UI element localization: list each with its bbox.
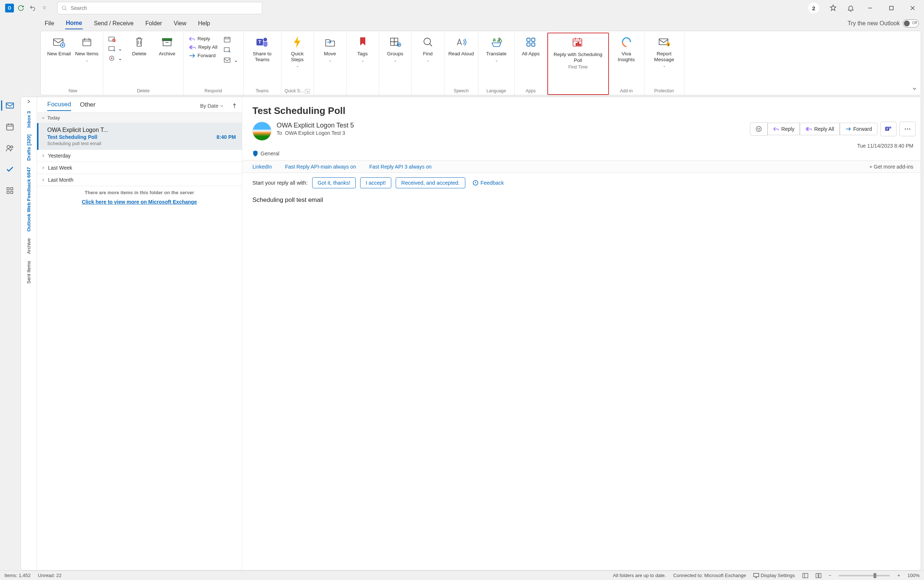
- svg-rect-26: [527, 38, 530, 41]
- svg-rect-44: [11, 191, 13, 193]
- teams-chat-button[interactable]: T: [880, 122, 896, 136]
- sort-direction-icon[interactable]: [232, 103, 237, 109]
- view-reading-icon[interactable]: [815, 573, 822, 578]
- expand-folder-pane-icon[interactable]: [27, 99, 31, 104]
- coming-soon-badge[interactable]: 2: [808, 3, 819, 13]
- quick-reply-chip-3[interactable]: Received, and accepted.: [396, 177, 465, 188]
- react-button[interactable]: [750, 122, 768, 135]
- more-actions-button[interactable]: [899, 122, 916, 136]
- report-message-button[interactable]: !Report Message⌄: [647, 34, 681, 69]
- undo-icon[interactable]: [29, 4, 37, 12]
- reply-all-action[interactable]: Reply All: [800, 123, 839, 135]
- meeting-button[interactable]: [222, 36, 240, 44]
- svg-rect-41: [7, 188, 9, 190]
- search-input[interactable]: Search: [57, 2, 262, 14]
- folder-archive[interactable]: Archive: [26, 236, 31, 256]
- delete-button[interactable]: Delete: [126, 34, 152, 58]
- tab-other[interactable]: Other: [80, 101, 96, 110]
- rail-todo-icon[interactable]: [3, 163, 16, 176]
- quick-reply-chip-2[interactable]: I accept!: [360, 177, 391, 188]
- zoom-slider[interactable]: [838, 575, 890, 576]
- read-aloud-button[interactable]: Read Aloud: [447, 34, 475, 58]
- svg-rect-14: [224, 58, 230, 62]
- find-button[interactable]: Find⌄: [415, 34, 441, 63]
- minimize-button[interactable]: [865, 5, 876, 11]
- tab-folder[interactable]: Folder: [145, 18, 163, 29]
- date-header-yesterday[interactable]: Yesterday: [37, 150, 242, 162]
- rail-mail-icon[interactable]: [3, 99, 16, 112]
- share-to-teams-button[interactable]: T Share to Teams: [247, 34, 278, 63]
- addin-linkedin[interactable]: LinkedIn: [252, 164, 272, 170]
- view-more-exchange-link[interactable]: Click here to view more on Microsoft Exc…: [37, 199, 242, 205]
- reply-with-scheduling-poll-button[interactable]: Reply with Scheduling Poll: [551, 35, 605, 64]
- reply-button[interactable]: Reply: [187, 36, 219, 42]
- junk-button[interactable]: ⌄: [107, 54, 124, 62]
- svg-text:あ: あ: [497, 37, 502, 43]
- quick-reply-label: Start your reply all with:: [252, 180, 308, 186]
- date-header-today[interactable]: Today: [37, 113, 242, 123]
- folder-inbox[interactable]: Inbox 3: [26, 109, 31, 130]
- folder-drafts[interactable]: Drafts [320]: [26, 132, 31, 163]
- message-body: Scheduling poll test email: [242, 193, 921, 208]
- quick-steps-button[interactable]: Quick Steps⌄: [284, 34, 311, 69]
- more-respond-button[interactable]: ⌄: [222, 56, 240, 64]
- reading-pane-title: Test Scheduling Poll: [242, 97, 921, 122]
- addin-fastreply-3[interactable]: Fast Reply API 3 always on: [369, 164, 432, 170]
- date-header-lastweek[interactable]: Last Week: [37, 162, 242, 174]
- qat-dropdown-icon[interactable]: [40, 4, 48, 12]
- date-header-lastmonth[interactable]: Last Month: [37, 174, 242, 186]
- mail-time: 8:40 PM: [217, 134, 236, 140]
- group-label-speech: Speech: [447, 87, 475, 95]
- cleanup-button[interactable]: ⌄: [107, 45, 124, 53]
- try-new-outlook-toggle[interactable]: Off: [903, 20, 919, 28]
- new-email-button[interactable]: New Email: [46, 34, 72, 58]
- rail-people-icon[interactable]: [3, 142, 16, 155]
- zoom-out-button[interactable]: −: [829, 573, 832, 578]
- close-button[interactable]: [907, 5, 918, 11]
- sort-by-date[interactable]: By Date: [200, 103, 224, 109]
- group-label-findtime: Find Time: [551, 64, 605, 71]
- forward-attachment-button[interactable]: [222, 46, 240, 54]
- new-items-button[interactable]: New Items⌄: [74, 34, 100, 63]
- mail-subject: Test Scheduling Poll: [47, 134, 97, 140]
- folder-owf[interactable]: Outlook Web Feedback 6947: [26, 165, 31, 234]
- notifications-icon[interactable]: [847, 4, 855, 12]
- try-new-outlook-label: Try the new Outlook: [847, 20, 900, 27]
- addin-fastreply-main[interactable]: Fast Reply API-main always on: [285, 164, 356, 170]
- viva-insights-button[interactable]: Viva Insights: [612, 34, 641, 63]
- reply-action[interactable]: Reply: [768, 123, 800, 135]
- reply-all-button[interactable]: Reply All: [187, 44, 219, 50]
- svg-point-17: [264, 38, 267, 41]
- feedback-link[interactable]: Feedback: [473, 180, 504, 186]
- quick-reply-chip-1[interactable]: Got it, thanks!: [312, 177, 356, 188]
- folder-sent[interactable]: Sent Items: [26, 259, 31, 286]
- zoom-level[interactable]: 100%: [908, 573, 920, 578]
- zoom-in-button[interactable]: +: [897, 573, 900, 578]
- ribbon-collapse-icon[interactable]: [912, 86, 917, 91]
- maximize-button[interactable]: [886, 5, 897, 11]
- groups-button[interactable]: Groups⌄: [382, 34, 408, 63]
- get-more-addins[interactable]: + Get more add-ins: [870, 164, 913, 170]
- tab-view[interactable]: View: [173, 18, 187, 29]
- forward-action[interactable]: Forward: [840, 123, 878, 135]
- tab-home[interactable]: Home: [65, 18, 83, 29]
- tags-button[interactable]: Tags⌄: [349, 34, 376, 63]
- mail-item-selected[interactable]: OWA Explicit Logon T... Test Scheduling …: [37, 123, 242, 150]
- tab-send-receive[interactable]: Send / Receive: [93, 18, 135, 29]
- rail-calendar-icon[interactable]: [3, 120, 16, 133]
- move-button[interactable]: Move⌄: [317, 34, 343, 63]
- sync-icon[interactable]: [17, 4, 25, 12]
- all-apps-button[interactable]: All Apps: [518, 34, 544, 58]
- ignore-button[interactable]: [107, 36, 124, 43]
- premium-icon[interactable]: [830, 4, 837, 12]
- translate-button[interactable]: aあTranslate⌄: [481, 34, 511, 63]
- tab-help[interactable]: Help: [198, 18, 211, 29]
- display-settings-button[interactable]: Display Settings: [753, 573, 795, 578]
- svg-rect-4: [83, 39, 91, 46]
- view-normal-icon[interactable]: [802, 573, 808, 578]
- tab-file[interactable]: File: [44, 18, 55, 29]
- archive-button[interactable]: Archive: [154, 34, 180, 58]
- tab-focused[interactable]: Focused: [47, 101, 71, 111]
- rail-more-apps-icon[interactable]: [3, 184, 16, 197]
- forward-button[interactable]: Forward: [187, 53, 219, 59]
